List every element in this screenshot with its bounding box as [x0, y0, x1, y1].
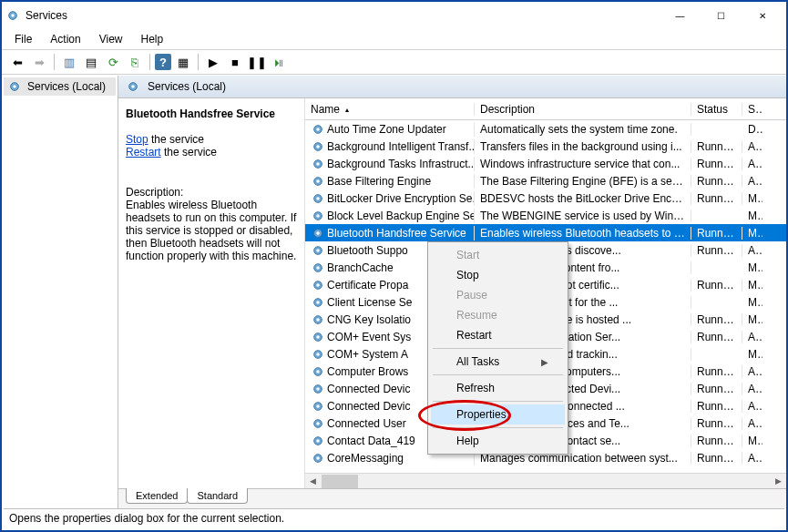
service-status-cell: Running [691, 435, 742, 447]
service-status-cell: Running [691, 140, 742, 153]
svg-point-3 [13, 85, 16, 88]
service-desc-cell: The WBENGINE service is used by Wind... [475, 210, 691, 222]
menu-view[interactable]: View [92, 31, 130, 47]
help-toolbar-button[interactable]: ? [155, 54, 171, 70]
horizontal-scrollbar[interactable]: ◀ ▶ [305, 473, 786, 488]
svg-point-1 [11, 14, 15, 17]
svg-point-25 [316, 283, 320, 287]
column-startup[interactable]: Sta [742, 103, 762, 116]
service-name-cell: BitLocker Drive Encryption Se... [327, 192, 475, 205]
description-text: Enables wireless Bluetooth headsets to r… [126, 199, 297, 262]
service-startup-cell: Au [742, 244, 762, 257]
svg-point-35 [316, 370, 320, 373]
service-desc-cell: BDESVC hosts the BitLocker Drive Encry..… [475, 192, 691, 205]
service-status-cell: Running [691, 244, 742, 257]
service-startup-cell: Au [742, 417, 762, 430]
menu-file[interactable]: File [7, 31, 39, 47]
stop-service-toolbar[interactable]: ■ [225, 52, 245, 72]
service-row[interactable]: Background Intelligent Transf...Transfer… [305, 138, 786, 155]
service-row[interactable]: BitLocker Drive Encryption Se...BDESVC h… [305, 189, 786, 207]
status-bar: Opens the properties dialog box for the … [4, 508, 784, 528]
service-status-cell: Running [691, 175, 742, 188]
scroll-left-arrow[interactable]: ◀ [305, 474, 321, 489]
gear-icon [311, 295, 325, 310]
svg-point-5 [131, 85, 135, 88]
ctx-help[interactable]: Help [431, 431, 565, 451]
restart-service-link[interactable]: Restart [126, 146, 161, 159]
console-tree: Services (Local) [2, 76, 118, 508]
svg-point-7 [316, 128, 320, 131]
menu-help[interactable]: Help [134, 31, 171, 47]
svg-point-9 [316, 145, 320, 148]
start-service-toolbar[interactable]: ▶ [203, 52, 223, 72]
back-button[interactable]: ⬅ [7, 52, 27, 72]
service-status-cell: Running [691, 452, 742, 465]
description-label: Description: [126, 186, 297, 199]
scroll-right-arrow[interactable]: ▶ [771, 474, 786, 489]
service-name-cell: Connected User [327, 417, 406, 430]
ctx-pause: Pause [431, 285, 565, 305]
refresh-toolbar-button[interactable]: ⟳ [103, 52, 123, 72]
service-row[interactable]: Background Tasks Infrastruct...Windows i… [305, 155, 786, 172]
service-startup-cell: Ma [742, 279, 762, 292]
service-name-cell: Base Filtering Engine [327, 175, 431, 188]
forward-button[interactable]: ➡ [29, 52, 49, 72]
minimize-button[interactable]: — [660, 2, 701, 29]
maximize-button[interactable]: ☐ [701, 2, 742, 29]
service-status-cell: Running [691, 313, 742, 326]
service-row[interactable]: Block Level Backup Engine Se...The WBENG… [305, 207, 786, 224]
gear-icon [311, 174, 325, 189]
svg-point-41 [316, 422, 320, 425]
service-desc-cell: Enables wireless Bluetooth headsets to r… [475, 227, 691, 240]
gear-icon [311, 209, 325, 223]
service-status-cell: Running [691, 227, 742, 240]
menu-bar: File Action View Help [2, 29, 786, 49]
tab-standard[interactable]: Standard [187, 488, 248, 504]
ctx-all-tasks[interactable]: All Tasks▶ [431, 352, 565, 372]
help-topics-button[interactable]: ▦ [173, 52, 193, 72]
service-status-cell: Running [691, 158, 742, 170]
gear-icon [311, 243, 325, 258]
svg-point-31 [316, 335, 320, 339]
service-status-cell: Running [691, 400, 742, 413]
scroll-thumb[interactable] [322, 475, 358, 488]
properties-toolbar-button[interactable]: ▤ [81, 52, 101, 72]
column-name[interactable]: Name▴ [305, 103, 475, 116]
service-name-cell: Computer Brows [327, 365, 408, 378]
show-hide-tree-button[interactable]: ▥ [59, 52, 79, 72]
gear-icon [311, 364, 325, 379]
tab-extended[interactable]: Extended [126, 488, 188, 504]
gear-icon [311, 416, 325, 431]
selected-service-name: Bluetooth Handsfree Service [126, 107, 297, 120]
service-name-cell: CNG Key Isolatio [327, 313, 411, 326]
svg-point-33 [316, 353, 320, 356]
service-row[interactable]: Bluetooth Handsfree ServiceEnables wirel… [305, 224, 786, 241]
svg-point-29 [316, 318, 320, 322]
restart-service-toolbar[interactable]: ⏯ [269, 52, 289, 72]
service-startup-cell: Ma [742, 435, 762, 447]
ctx-stop[interactable]: Stop [431, 265, 565, 285]
close-button[interactable]: ✕ [742, 2, 783, 29]
service-desc-cell: Automatically sets the system time zone. [475, 123, 691, 136]
gear-icon [311, 434, 325, 448]
menu-action[interactable]: Action [43, 31, 87, 47]
gear-icon [311, 382, 325, 396]
service-name-cell: Background Tasks Infrastruct... [327, 158, 475, 170]
tree-item-services-local[interactable]: Services (Local) [4, 77, 116, 96]
ctx-properties[interactable]: Properties [431, 404, 565, 425]
service-name-cell: Bluetooth Suppo [327, 244, 408, 257]
ctx-restart[interactable]: Restart [431, 325, 565, 345]
column-description[interactable]: Description [475, 103, 691, 116]
pause-service-toolbar[interactable]: ❚❚ [247, 52, 267, 72]
service-row[interactable]: Base Filtering EngineThe Base Filtering … [305, 172, 786, 189]
svg-point-15 [316, 197, 320, 200]
export-list-button[interactable]: ⎘ [125, 52, 145, 72]
service-name-cell: Bluetooth Handsfree Service [327, 227, 466, 240]
service-name-cell: Contact Data_419 [327, 435, 415, 447]
service-startup-cell: Ma [742, 210, 762, 222]
column-status[interactable]: Status [691, 103, 742, 116]
service-row[interactable]: Auto Time Zone UpdaterAutomatically sets… [305, 120, 786, 138]
ctx-refresh[interactable]: Refresh [431, 378, 565, 398]
stop-service-link[interactable]: Stop [126, 133, 148, 146]
service-startup-cell: Au [742, 365, 762, 378]
